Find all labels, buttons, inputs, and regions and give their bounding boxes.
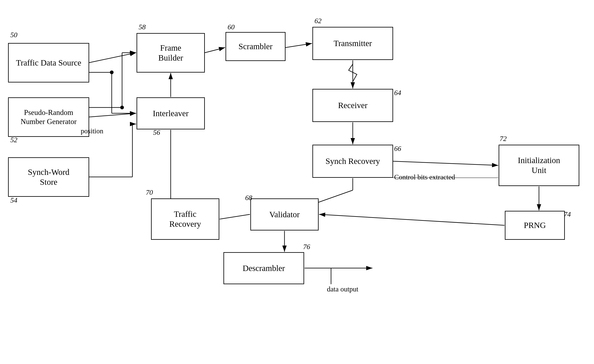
svg-line-22 [393,161,498,165]
traffic-data-source-box: Traffic Data Source [8,43,89,82]
svg-line-16 [205,47,225,53]
svg-line-7 [89,113,136,117]
ref-54: 54 [10,196,17,204]
descrambler-box: Descrambler [223,252,304,284]
svg-line-24 [319,214,504,225]
ref-62: 62 [315,17,322,25]
traffic-data-source-label: Traffic Data Source [16,58,81,68]
validator-label: Validator [269,210,300,219]
transmitter-label: Transmitter [333,39,372,48]
validator-box: Validator [250,199,319,231]
ref-52: 52 [10,136,17,144]
ref-74: 74 [564,210,571,218]
svg-point-6 [110,71,114,74]
receiver-box: Receiver [312,89,393,122]
pseudo-random-box: Pseudo-RandomNumber Generator [8,97,89,137]
ref-50: 50 [10,31,17,39]
traffic-recovery-label: TrafficRecovery [169,209,201,229]
ref-68: 68 [245,194,252,202]
transmitter-box: Transmitter [312,27,393,60]
synch-recovery-label: Synch Recovery [325,156,380,166]
initialization-unit-label: InitializationUnit [518,155,560,175]
ref-72: 72 [500,135,507,143]
traffic-recovery-box: TrafficRecovery [151,199,219,240]
scrambler-box: Scrambler [225,32,285,61]
prng-box: PRNG [505,211,565,240]
svg-line-26 [220,214,250,219]
prng-label: PRNG [524,220,546,230]
frame-builder-box: FrameBuilder [136,33,205,73]
ref-70: 70 [146,189,153,196]
ref-56: 56 [153,129,160,136]
control-bits-label: Control bits extracted [394,173,455,181]
svg-line-17 [285,43,312,47]
descrambler-label: Descrambler [243,263,285,273]
ref-66: 66 [394,145,401,152]
interleaver-label: Interleaver [153,108,189,119]
ref-64: 64 [394,89,401,97]
receiver-label: Receiver [338,100,367,110]
ref-60: 60 [228,23,235,31]
synch-word-store-label: Synch-WordStore [28,167,69,187]
position-label: position [81,127,103,135]
svg-line-2 [89,53,136,63]
synch-recovery-box: Synch Recovery [312,145,393,178]
initialization-unit-box: InitializationUnit [499,145,579,186]
synch-word-store-box: Synch-WordStore [8,157,89,197]
interleaver-box: Interleaver [136,97,205,129]
scrambler-label: Scrambler [239,41,272,52]
ref-76: 76 [303,243,310,251]
frame-builder-label: FrameBuilder [158,43,183,63]
data-output-label: data output [327,285,358,293]
ref-58: 58 [139,23,146,31]
svg-point-11 [120,106,124,109]
pseudo-random-label: Pseudo-RandomNumber Generator [21,108,77,126]
